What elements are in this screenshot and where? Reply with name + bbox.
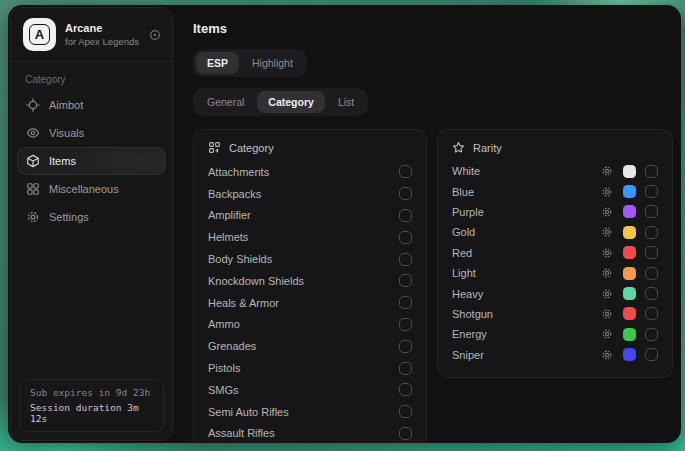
app-name: Arcane [65,22,139,34]
color-swatch[interactable] [623,246,636,259]
target-icon[interactable] [148,28,162,42]
view-tab[interactable]: Category [257,91,325,113]
category-checkbox[interactable] [399,405,412,418]
gear-icon[interactable] [601,349,613,361]
color-swatch[interactable] [623,348,636,361]
rarity-row: Purple [452,202,658,222]
sidebar-item-label: Miscellaneous [49,183,119,195]
color-swatch[interactable] [623,307,636,320]
color-swatch[interactable] [623,226,636,239]
category-row-label: Helmets [208,231,399,243]
rarity-row: Blue [452,181,658,201]
rarity-checkbox[interactable] [645,205,658,218]
eye-icon [26,126,40,140]
sidebar-item[interactable]: Visuals [17,119,166,147]
category-row: SMGs [208,379,412,401]
rarity-row-label: Shotgun [452,308,601,320]
category-checkbox[interactable] [399,274,412,287]
sidebar-item[interactable]: Settings [17,203,166,231]
category-checkbox[interactable] [399,340,412,353]
app-logo: A [23,18,56,51]
category-panel-title: Category [229,142,274,154]
category-checkbox[interactable] [399,318,412,331]
rarity-row: Gold [452,222,658,242]
rarity-checkbox[interactable] [645,226,658,239]
category-row-label: Amplifier [208,209,399,221]
rarity-row-label: White [452,165,601,177]
sidebar-item-label: Settings [49,211,89,223]
gear-icon[interactable] [601,308,613,320]
category-checkbox[interactable] [399,165,412,178]
rarity-row: Energy [452,324,658,344]
color-swatch[interactable] [623,328,636,341]
gear-icon [26,210,40,224]
sidebar-item[interactable]: Items [17,147,166,175]
rarity-checkbox[interactable] [645,267,658,280]
category-row: Attachments [208,161,412,183]
page-title: Items [193,21,673,36]
rarity-row: Sniper [452,345,658,365]
gear-icon[interactable] [601,288,613,300]
sidebar-header: A Arcane for Apex Legends [11,8,172,62]
crosshair-icon [26,98,40,112]
rarity-panel: Rarity White Blue [437,129,673,378]
app-window: A Arcane for Apex Legends Category Aimbo… [8,5,681,443]
rarity-row: Light [452,263,658,283]
gear-icon[interactable] [601,267,613,279]
mode-tab[interactable]: ESP [196,52,239,74]
color-swatch[interactable] [623,287,636,300]
view-tab[interactable]: List [327,91,365,113]
category-row-label: Body Shields [208,253,399,265]
category-row-label: Pistols [208,362,399,374]
subscription-info-box: Sub expires in 9d 23h Session duration 3… [19,379,164,432]
color-swatch[interactable] [623,185,636,198]
gear-icon[interactable] [601,247,613,259]
sidebar-item[interactable]: Miscellaneous [17,175,166,203]
gear-icon[interactable] [601,226,613,238]
color-swatch[interactable] [623,205,636,218]
rarity-checkbox[interactable] [645,165,658,178]
category-checkbox[interactable] [399,362,412,375]
category-row: Assault Rifles [208,423,412,443]
rarity-checkbox[interactable] [645,185,658,198]
main-content: Items ESPHighlight GeneralCategoryList C… [175,5,681,443]
category-checkbox[interactable] [399,209,412,222]
rarity-checkbox[interactable] [645,328,658,341]
category-row-label: Ammo [208,318,399,330]
rarity-panel-title: Rarity [473,142,502,154]
app-subtitle: for Apex Legends [65,36,139,47]
sidebar-item[interactable]: Aimbot [17,91,166,119]
gear-icon[interactable] [601,186,613,198]
category-row: Heals & Armor [208,292,412,314]
view-tab[interactable]: General [196,91,255,113]
category-row-label: Backpacks [208,188,399,200]
rarity-row-label: Light [452,267,601,279]
star-icon [452,141,465,154]
gear-icon[interactable] [601,328,613,340]
category-checkbox[interactable] [399,427,412,440]
sidebar-item-label: Items [49,155,76,167]
rarity-row-label: Purple [452,206,601,218]
color-swatch[interactable] [623,165,636,178]
sidebar-nav: Aimbot Visuals Items Miscellaneous Setti… [11,91,172,231]
gear-icon[interactable] [601,206,613,218]
rarity-checkbox[interactable] [645,307,658,320]
rarity-checkbox[interactable] [645,246,658,259]
category-checkbox[interactable] [399,253,412,266]
rarity-row: Heavy [452,283,658,303]
category-checkbox[interactable] [399,296,412,309]
gear-icon[interactable] [601,165,613,177]
rarity-row-label: Heavy [452,288,601,300]
color-swatch[interactable] [623,267,636,280]
mode-tab[interactable]: Highlight [241,52,304,74]
rarity-checkbox[interactable] [645,287,658,300]
category-checkbox[interactable] [399,187,412,200]
rarity-row: Shotgun [452,304,658,324]
category-checkbox[interactable] [399,383,412,396]
category-row-label: Semi Auto Rifles [208,406,399,418]
category-checkbox[interactable] [399,231,412,244]
rarity-checkbox[interactable] [645,348,658,361]
sub-expires-text: Sub expires in 9d 23h [30,387,153,398]
app-logo-letter: A [29,24,50,45]
category-row-label: Assault Rifles [208,427,399,439]
